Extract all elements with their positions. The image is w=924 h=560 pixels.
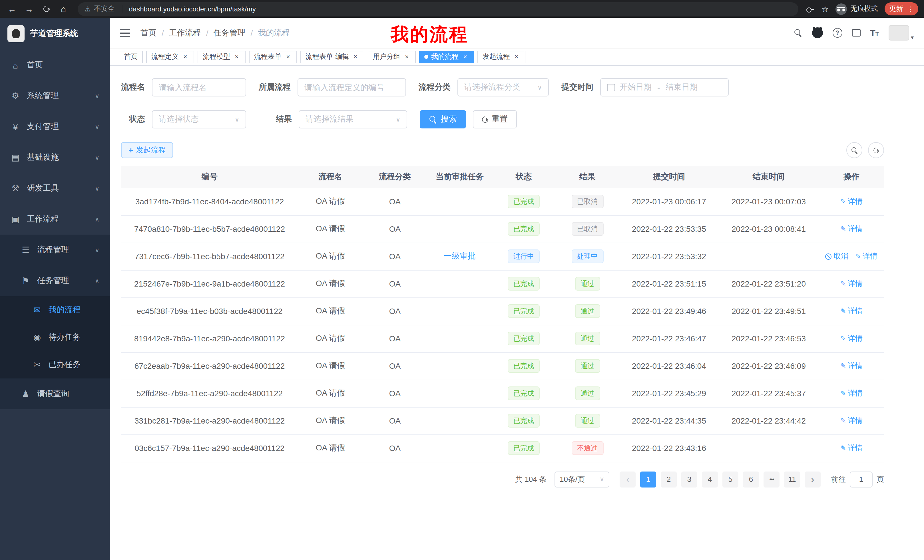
refresh-table-button[interactable] <box>868 142 884 158</box>
page-button-5[interactable]: 5 <box>722 471 738 487</box>
gear-icon: ⚙ <box>10 91 21 101</box>
bookmark-star-icon[interactable]: ☆ <box>822 4 829 13</box>
app-logo[interactable]: 芋道管理系统 <box>0 18 110 49</box>
end-date-placeholder: 结束日期 <box>666 82 698 93</box>
page-button-11[interactable]: 11 <box>784 471 800 487</box>
process-name-label: 流程名 <box>121 82 152 93</box>
close-icon[interactable]: × <box>182 53 189 60</box>
current-task-link[interactable]: 一级审批 <box>444 251 476 262</box>
fullscreen-icon[interactable] <box>852 29 860 36</box>
cell-status: 已完成 <box>492 407 555 434</box>
page-button-2[interactable]: 2 <box>661 471 677 487</box>
detail-link[interactable]: ✎详情 <box>840 443 862 453</box>
process-definition-input[interactable] <box>297 78 406 96</box>
incognito-profile[interactable]: 无痕模式 <box>836 3 878 15</box>
prev-page-button[interactable]: ‹ <box>620 471 636 487</box>
cancel-link[interactable]: 取消 <box>825 251 848 262</box>
close-icon[interactable]: × <box>461 53 469 60</box>
date-range-picker[interactable]: 开始日期 - 结束日期 <box>600 78 729 96</box>
tab-user-group[interactable]: 用户分组× <box>368 51 416 63</box>
sidebar-item-workflow[interactable]: ▣ 工作流程 ∧ <box>0 204 110 235</box>
close-icon[interactable]: × <box>233 53 240 60</box>
tab-process-form[interactable]: 流程表单× <box>249 51 297 63</box>
update-button[interactable]: 更新 ⋮ <box>885 2 918 15</box>
breadcrumb-workflow[interactable]: 工作流程 <box>169 28 201 38</box>
result-tag: 已取消 <box>572 195 603 208</box>
sidebar-item-my-process[interactable]: ✉ 我的流程 <box>0 296 110 324</box>
tab-home[interactable]: 首页 <box>119 51 143 63</box>
hamburger-icon[interactable] <box>120 29 131 37</box>
cell-end-time: 2022-01-22 23:45:37 <box>718 380 819 407</box>
status-select[interactable]: 请选择状态 ∨ <box>152 110 246 129</box>
edit-icon: ✎ <box>840 280 846 288</box>
page-button-3[interactable]: 3 <box>681 471 697 487</box>
cell-result: 通过 <box>555 407 620 434</box>
create-process-button[interactable]: + 发起流程 <box>121 142 173 158</box>
goto-page-input[interactable] <box>850 471 873 487</box>
process-category-select[interactable]: 请选择流程分类 ∨ <box>458 78 549 96</box>
detail-link[interactable]: ✎详情 <box>840 361 862 371</box>
sidebar-item-task-management[interactable]: ⚑ 任务管理 ∧ <box>0 265 110 296</box>
reload-icon[interactable] <box>40 4 52 14</box>
tab-my-process[interactable]: 我的流程× <box>419 51 474 63</box>
cell-status: 已完成 <box>492 434 555 462</box>
github-icon[interactable] <box>812 27 823 38</box>
back-icon[interactable]: ← <box>6 4 18 14</box>
detail-link[interactable]: ✎详情 <box>840 416 862 426</box>
process-name-input[interactable] <box>152 78 246 96</box>
sidebar-item-system[interactable]: ⚙ 系统管理 ∨ <box>0 81 110 111</box>
table-row: 2152467e-7b9b-11ec-9a1b-acde48001122 OA … <box>121 270 884 297</box>
cell-id: 3ad174fb-7b9d-11ec-8404-acde48001122 <box>121 188 298 215</box>
search-button[interactable]: 搜索 <box>420 110 466 129</box>
browser-home-icon[interactable]: ⌂ <box>57 4 70 14</box>
next-page-button[interactable]: › <box>805 471 820 487</box>
password-key-icon[interactable] <box>807 7 814 11</box>
tab-start-process[interactable]: 发起流程× <box>477 51 525 63</box>
forward-icon[interactable]: → <box>23 4 35 14</box>
page-button-6[interactable]: 6 <box>743 471 759 487</box>
detail-link[interactable]: ✎详情 <box>840 388 862 398</box>
header-category: 流程分类 <box>363 166 427 188</box>
sidebar-item-todo-tasks[interactable]: ◉ 待办任务 <box>0 324 110 351</box>
detail-link[interactable]: ✎详情 <box>840 306 862 316</box>
sidebar-item-home[interactable]: ⌂ 首页 <box>0 49 110 81</box>
sidebar-item-process-management[interactable]: ☰ 流程管理 ∨ <box>0 235 110 265</box>
close-icon[interactable]: × <box>352 53 359 60</box>
sidebar-item-payment[interactable]: ¥ 支付管理 ∨ <box>0 111 110 142</box>
detail-link[interactable]: ✎详情 <box>840 333 862 344</box>
close-icon[interactable]: × <box>284 53 292 60</box>
detail-link[interactable]: ✎详情 <box>840 196 862 207</box>
cell-id: 2152467e-7b9b-11ec-9a1b-acde48001122 <box>121 270 298 297</box>
user-menu[interactable]: ▾ <box>889 25 914 40</box>
help-icon[interactable]: ? <box>832 28 842 38</box>
tab-process-model[interactable]: 流程模型× <box>198 51 246 63</box>
page-button-4[interactable]: 4 <box>702 471 718 487</box>
sidebar-item-infrastructure[interactable]: ▤ 基础设施 ∨ <box>0 142 110 173</box>
close-icon[interactable]: × <box>403 53 411 60</box>
detail-link[interactable]: ✎详情 <box>840 279 862 289</box>
cancel-icon <box>825 253 832 259</box>
toggle-search-button[interactable] <box>846 142 862 158</box>
chevron-down-icon: ∨ <box>537 84 542 91</box>
infrastructure-icon: ▤ <box>10 153 21 163</box>
tab-process-form-edit[interactable]: 流程表单-编辑× <box>300 51 364 63</box>
reset-button[interactable]: 重置 <box>473 110 517 129</box>
close-icon[interactable]: × <box>513 53 520 60</box>
sidebar-item-leave-query[interactable]: ♟ 请假查询 <box>0 379 110 409</box>
cell-end-time <box>718 434 819 462</box>
breadcrumb-home[interactable]: 首页 <box>141 28 156 38</box>
address-bar[interactable]: ⚠ 不安全 dashboard.yudao.iocoder.cn/bpm/tas… <box>78 2 799 16</box>
search-icon[interactable] <box>794 28 802 37</box>
more-pages-button[interactable]: ••• <box>764 471 780 487</box>
browser-menu-icon[interactable]: ⋮ <box>907 5 914 13</box>
result-select[interactable]: 请选择流结果 ∨ <box>298 110 407 129</box>
sidebar-item-devtools[interactable]: ⚒ 研发工具 ∨ <box>0 173 110 204</box>
detail-link[interactable]: ✎详情 <box>840 224 862 234</box>
page-size-select[interactable]: 10条/页 ∨ <box>555 471 609 487</box>
page-button-1[interactable]: 1 <box>640 471 656 487</box>
detail-link[interactable]: ✎详情 <box>855 251 878 262</box>
tab-process-definition[interactable]: 流程定义× <box>146 51 194 63</box>
font-size-icon[interactable]: TT <box>870 28 879 37</box>
sidebar-item-done-tasks[interactable]: ✂ 已办任务 <box>0 351 110 379</box>
breadcrumb-task-management[interactable]: 任务管理 <box>214 28 246 38</box>
